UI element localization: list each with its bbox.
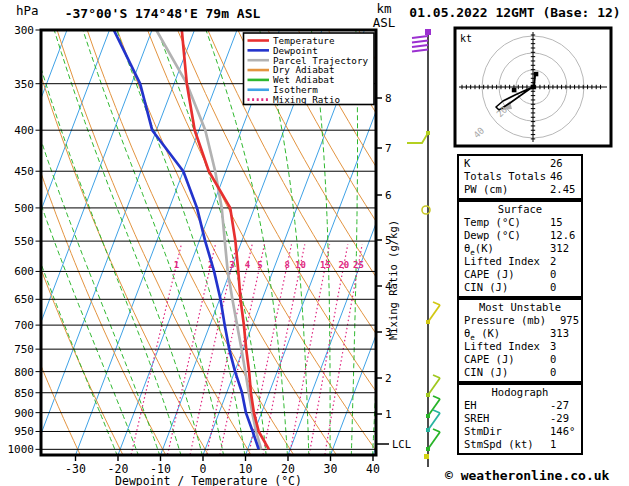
calm-wind-circle xyxy=(422,206,430,214)
index-value: -29 xyxy=(550,412,569,425)
table-row: Dewp (°C)12.6 xyxy=(459,229,581,242)
index-label: SREH xyxy=(464,412,550,425)
wind-barb xyxy=(412,45,428,47)
temperature-tick-label: 40 xyxy=(366,462,380,476)
index-label: Temp (°C) xyxy=(464,216,550,229)
table-row: SREH-29 xyxy=(459,412,581,425)
pressure-tick-label: 450 xyxy=(14,165,34,178)
wind-barb xyxy=(407,133,428,143)
index-value: 12.6 xyxy=(550,229,575,242)
km-tick-label: 8 xyxy=(385,92,392,105)
index-label: EH xyxy=(464,399,550,412)
pressure-tick-label: 500 xyxy=(14,202,34,215)
wind-barb xyxy=(428,305,440,322)
index-value: 0 xyxy=(550,353,556,366)
hodograph-stats-panel: Hodograph EH-27 SREH-29 StmDir146° StmSp… xyxy=(457,383,583,455)
hodograph-trace xyxy=(534,76,535,86)
pressure-tick-label: 900 xyxy=(14,407,34,420)
table-row: Temp (°C)15 xyxy=(459,216,581,229)
index-label: Dewp (°C) xyxy=(464,229,550,242)
table-row: StmDir146° xyxy=(459,425,581,438)
mixing-ratio-axis-title: Mixing Ratio (g/kg) xyxy=(387,220,399,340)
table-row: K26 xyxy=(459,157,581,170)
pressure-tick-label: 800 xyxy=(14,366,34,379)
index-value: 15 xyxy=(550,216,563,229)
index-value: -27 xyxy=(550,399,569,412)
index-label: K xyxy=(464,157,550,170)
lcl-label: LCL xyxy=(392,438,411,450)
index-value: 2.45 xyxy=(550,183,575,196)
index-label: StmSpd (kt) xyxy=(464,438,550,451)
mixing-ratio-label: 5 xyxy=(257,260,262,270)
pressure-tick-label: 350 xyxy=(14,78,34,91)
km-tick-label: 2 xyxy=(385,372,392,385)
wind-barb xyxy=(428,378,440,395)
hodograph-marker xyxy=(531,85,536,90)
index-value: 26 xyxy=(550,157,563,170)
mixing-ratio-label: 20 xyxy=(338,260,349,270)
index-value: 146° xyxy=(550,425,575,438)
index-value: 2 xyxy=(550,255,556,268)
index-value: 0 xyxy=(550,268,556,281)
km-tick-label: 7 xyxy=(385,142,392,155)
index-label: CAPE (J) xyxy=(464,353,550,366)
index-label: Pressure (mb) xyxy=(464,314,560,327)
surface-panel: Surface Temp (°C)15 Dewp (°C)12.6 θe(K)3… xyxy=(457,200,583,298)
wind-barb xyxy=(428,399,440,416)
index-label: CIN (J) xyxy=(464,281,550,294)
wind-barb xyxy=(412,41,428,43)
pressure-tick-label: 550 xyxy=(14,235,34,248)
wind-barb xyxy=(412,50,428,52)
index-label: Totals Totals xyxy=(464,170,550,183)
table-row: PW (cm)2.45 xyxy=(459,183,581,196)
temperature-tick-label: -30 xyxy=(65,462,86,476)
table-row: CAPE (J)0 xyxy=(459,353,581,366)
wind-barb xyxy=(433,396,440,399)
pressure-tick-label: 650 xyxy=(14,293,34,306)
wind-barb xyxy=(433,410,440,413)
table-row: Pressure (mb)975 xyxy=(459,314,581,327)
table-row: EH-27 xyxy=(459,399,581,412)
hodograph-marker xyxy=(512,88,517,93)
temperature-tick-label: 30 xyxy=(324,462,338,476)
mixing-ratio-label: 8 xyxy=(284,260,289,270)
wind-barb xyxy=(425,29,431,35)
table-row: CIN (J)0 xyxy=(459,281,581,294)
index-label: Lifted Index xyxy=(464,255,550,268)
table-row: θe (K)313 xyxy=(459,327,581,340)
isotherm-line xyxy=(76,30,238,455)
table-row: StmSpd (kt)1 xyxy=(459,438,581,451)
index-label: CIN (J) xyxy=(464,366,550,379)
table-row: θe(K)312 xyxy=(459,242,581,255)
isotherm-line xyxy=(33,30,195,455)
pressure-tick-label: 400 xyxy=(14,124,34,137)
pressure-tick-label: 950 xyxy=(14,425,34,438)
panel-title: Most Unstable xyxy=(459,301,581,314)
wind-barb-column xyxy=(407,29,440,467)
table-row: CIN (J)0 xyxy=(459,366,581,379)
index-label: CAPE (J) xyxy=(464,268,550,281)
pressure-tick-label: 300 xyxy=(14,24,34,37)
wind-barb xyxy=(433,302,440,305)
panel-title: Surface xyxy=(459,203,581,216)
legend: TemperatureDewpointParcel TrajectoryDry … xyxy=(244,33,375,105)
legend-label: Mixing Ratio xyxy=(273,94,340,105)
table-row: Totals Totals46 xyxy=(459,170,581,183)
table-row: Lifted Index2 xyxy=(459,255,581,268)
copyright-credit: © weatheronline.co.uk xyxy=(445,468,609,483)
mixing-ratio-label: 10 xyxy=(295,260,306,270)
table-row: CAPE (J)0 xyxy=(459,268,581,281)
index-value: 0 xyxy=(550,281,556,294)
table-row: Lifted Index3 xyxy=(459,340,581,353)
mixing-ratio-label: 4 xyxy=(245,260,251,270)
altitude-unit-km: km xyxy=(371,1,397,16)
theta-e-label: θe (K) xyxy=(464,327,550,340)
pressure-tick-label: 700 xyxy=(14,319,34,332)
hodograph-marker xyxy=(534,72,539,77)
mixing-ratio-label: 15 xyxy=(320,260,331,270)
pressure-tick-label: 750 xyxy=(14,343,34,356)
pressure-tick-label: 1000 xyxy=(8,443,35,456)
index-value: 1 xyxy=(550,438,556,451)
datetime-title: 01.05.2022 12GMT (Base: 12) xyxy=(404,5,626,20)
wind-barb xyxy=(433,429,440,432)
